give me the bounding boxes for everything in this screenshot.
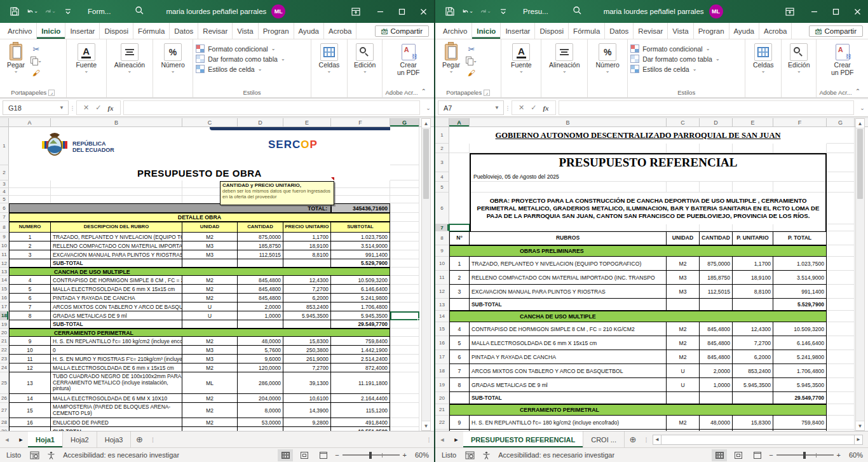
cells-button[interactable]: Celdas⌄: [314, 42, 344, 74]
cell[interactable]: 29.549,7700: [331, 320, 390, 329]
cell[interactable]: OBRA: PROYECTO PARA LA CONSTRUCCIÓN DE C…: [470, 193, 827, 224]
cell[interactable]: [390, 213, 419, 222]
redo-icon[interactable]: ⌄: [44, 6, 56, 17]
create-pdf-button[interactable]: A⛓ Crearun PDF: [392, 42, 425, 76]
conditional-formatting-button[interactable]: Formato condicional⌄: [196, 44, 285, 53]
zoom-out-icon[interactable]: −: [769, 451, 773, 459]
accessibility-icon[interactable]: [482, 451, 491, 459]
close-button[interactable]: [846, 2, 868, 21]
row-number-15[interactable]: 15: [435, 322, 449, 336]
cell[interactable]: M3: [182, 241, 238, 250]
row-number-18[interactable]: 18: [435, 364, 449, 378]
number-button[interactable]: % Número⌄: [156, 42, 190, 74]
selected-cell-A7[interactable]: [449, 224, 470, 231]
hscroll-track[interactable]: [661, 435, 854, 445]
cell[interactable]: 10: [449, 430, 470, 431]
cell[interactable]: 261,9000: [283, 355, 331, 363]
sheet-nav-right-icon[interactable]: ►: [14, 431, 28, 447]
horizontal-scrollbar[interactable]: ◄►: [653, 434, 863, 445]
tab-datos[interactable]: Datos: [170, 23, 198, 39]
cell[interactable]: [827, 416, 855, 430]
cell[interactable]: [733, 430, 773, 431]
cell[interactable]: 1,1700: [733, 257, 773, 271]
cell[interactable]: SUB-TOTAL: [470, 299, 667, 311]
copy-icon[interactable]: ⌄: [466, 56, 477, 66]
cell[interactable]: 1.023,7500: [331, 233, 390, 241]
cell[interactable]: [390, 276, 419, 285]
alignment-button[interactable]: Alineación⌄: [109, 42, 150, 74]
cell[interactable]: [827, 392, 855, 404]
page-layout-view-button[interactable]: [731, 449, 746, 461]
cell[interactable]: 345436,71600: [331, 203, 390, 213]
cell[interactable]: 4: [9, 276, 51, 285]
cell[interactable]: 13: [9, 372, 51, 394]
cell[interactable]: M2: [667, 350, 700, 364]
row-number-7[interactable]: 7: [435, 224, 449, 231]
cell[interactable]: 991,1400: [773, 285, 827, 299]
table-header-1[interactable]: RUBROS: [470, 231, 667, 245]
row-number-10[interactable]: 10: [0, 241, 9, 250]
zoom-slider[interactable]: [776, 454, 834, 456]
cell[interactable]: [470, 182, 667, 193]
zoom-percent[interactable]: 60%: [844, 451, 863, 459]
cell[interactable]: [9, 427, 51, 431]
cell[interactable]: [827, 224, 855, 231]
cell[interactable]: [470, 224, 667, 231]
row-number-19[interactable]: 19: [0, 320, 9, 329]
cell[interactable]: [700, 392, 733, 404]
enter-icon[interactable]: ✓: [531, 104, 536, 112]
add-sheet-icon[interactable]: ⊕: [625, 431, 641, 447]
cell[interactable]: MAMPOSTERIA (PARED DE BLOQUES ARENA-CEME…: [51, 403, 182, 418]
name-box-chevron-icon[interactable]: ▼: [59, 105, 68, 111]
row-number-7[interactable]: 7: [0, 213, 9, 222]
row-number-8[interactable]: 8: [0, 222, 9, 233]
cell[interactable]: DETALLE OBRA: [9, 213, 390, 222]
page-break-view-button[interactable]: [316, 449, 331, 461]
cell[interactable]: GRADAS METALICAS DE 9 ml: [470, 378, 667, 392]
cell[interactable]: [827, 430, 855, 431]
cell[interactable]: M2: [667, 322, 700, 336]
cell[interactable]: [449, 144, 470, 153]
cell[interactable]: MALLA ELECTROSOLDADA DE 6 MM X 10X10: [51, 394, 182, 403]
cell[interactable]: [667, 144, 700, 153]
cell[interactable]: [827, 153, 855, 172]
number-button[interactable]: % Número⌄: [590, 42, 625, 74]
table-header-4[interactable]: PRECIO UNITARIO: [283, 222, 331, 233]
format-painter-icon[interactable]: 🖌: [466, 68, 477, 78]
cell[interactable]: [238, 259, 283, 268]
row-number-12[interactable]: 12: [435, 285, 449, 299]
cell[interactable]: M3: [182, 355, 238, 363]
cell[interactable]: [331, 188, 390, 196]
column-header-E[interactable]: E: [733, 118, 773, 126]
cell[interactable]: [390, 241, 419, 250]
cell[interactable]: [827, 245, 855, 257]
cell[interactable]: 3.514,9000: [773, 271, 827, 285]
ribbon-display-options-icon[interactable]: [345, 2, 367, 21]
format-as-table-button[interactable]: Dar formato como tabla⌄: [196, 55, 285, 63]
column-header-A[interactable]: A: [449, 118, 470, 126]
dialog-launcher-icon[interactable]: ⌟: [484, 90, 490, 96]
cell[interactable]: [827, 127, 855, 144]
cell[interactable]: CANCHA DE USO MULTIPLE: [9, 268, 390, 276]
add-sheet-icon[interactable]: ⊕: [131, 431, 147, 447]
cell[interactable]: 16: [9, 418, 51, 427]
scroll-up-icon[interactable]: ▲: [856, 119, 864, 128]
cell[interactable]: 7,2700: [283, 285, 331, 294]
column-header-B[interactable]: B: [51, 118, 182, 126]
customize-qat-icon[interactable]: [498, 6, 509, 17]
cell-styles-button[interactable]: Estilos de celda⌄: [196, 65, 285, 73]
row-number-3[interactable]: 3: [435, 153, 449, 172]
cell[interactable]: M2: [182, 294, 238, 302]
cell[interactable]: 491,8400: [331, 418, 390, 427]
cell[interactable]: PINTADA Y RAYADA DE CANCHA: [470, 350, 667, 364]
cell[interactable]: [773, 224, 827, 231]
cell[interactable]: 845,4800: [238, 276, 283, 285]
cell[interactable]: [773, 144, 827, 153]
tab-programador[interactable]: Progran: [259, 23, 294, 39]
cell[interactable]: 115,1200: [331, 403, 390, 418]
cell[interactable]: 845,4800: [238, 294, 283, 302]
cut-icon[interactable]: ✂: [31, 44, 42, 54]
cell[interactable]: [827, 257, 855, 271]
save-icon[interactable]: [9, 6, 20, 17]
cut-icon[interactable]: ✂: [466, 44, 477, 54]
